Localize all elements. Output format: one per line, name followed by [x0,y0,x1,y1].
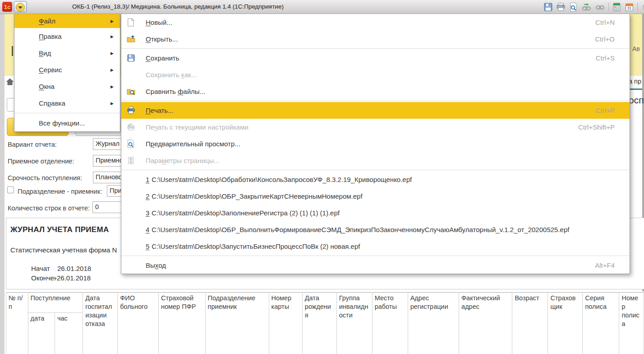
icon-spacer [126,175,136,184]
file-menu-item-new[interactable]: Новый... Ctrl+N [121,14,630,31]
file-menu-panel: Новый... Ctrl+N Открыть... Ctrl+O Сохран… [121,14,630,274]
page-title-fragment: осп [629,95,644,106]
column-header: Подразделение приемник [205,293,269,354]
file-menu-item-print[interactable]: Печать... Ctrl+P [121,102,630,119]
menu-separator [121,256,630,256]
menu-item-view[interactable]: Вид ▶ [14,45,120,61]
row-count-input[interactable]: 0 [92,201,121,213]
main-menu-button[interactable] [14,1,27,12]
column-header: дата [28,313,55,354]
header-text-fragment: Ав [632,45,640,52]
submenu-arrow-icon: ▶ [110,101,114,106]
menu-item-file[interactable]: Файл ▶ [14,14,120,28]
recent-file-5[interactable]: 5C:\Users\tatm\Desktop\ЗапуститьБизнесПр… [121,238,630,255]
submenu-arrow-icon: ▶ [110,34,114,39]
save-icon [126,54,136,63]
recent-file-2[interactable]: 2C:\Users\tatm\Desktop\ОБР_ЗакрытиеКартС… [121,188,630,205]
print-icon[interactable] [556,2,566,12]
1c-logo-icon: 1с [2,2,12,12]
file-menu-item-print-preview[interactable]: Предварительный просмотр... [121,135,630,152]
recent-file-3[interactable]: 3C:\Users\tatm\Desktop\ЗаполнениеРегистр… [121,205,630,221]
file-menu-item-open[interactable]: Открыть... Ctrl+O [121,31,630,47]
menu-item-service[interactable]: Сервис ▶ [14,61,120,78]
submenu-arrow-icon: ▶ [110,19,114,23]
toolbar-separator [637,3,638,11]
calculator-icon[interactable] [612,2,621,12]
title-bar: 1с ОКБ-1 (Релиз_18,3)/ Медицина. Больниц… [0,0,644,14]
submenu-arrow-icon: ▶ [110,68,114,72]
menu-separator [121,101,630,101]
save-icon[interactable] [543,2,553,12]
main-menu-panel: Файл ▶ Правка ▶ Вид ▶ Сервис ▶ Окна ▶ Сп… [14,14,120,132]
report-table: № п/п Поступление Дата госпитализации от… [6,292,644,354]
urgency-label: Срочность поступления: [8,174,82,182]
submenu-arrow-icon: ▶ [110,84,114,89]
open-folder-icon [126,35,136,44]
column-header: № п/п [6,293,28,354]
icon-spacer [126,70,136,79]
menu-separator [121,48,630,49]
print-preview-icon[interactable] [569,2,578,12]
go-to-link-icon[interactable] [581,2,592,12]
window-left-edge [0,14,5,354]
app-window: Ав а пр осп Вариант отчета: Журнал у При… [0,0,644,354]
calendar-icon[interactable]: 31 [625,2,634,12]
menu-item-windows[interactable]: Окна ▶ [14,78,120,95]
column-header: час [55,313,83,354]
submenu-arrow-icon: ▶ [110,51,114,56]
recent-file-1[interactable]: 1C:\Users\tatm\Desktop\Обработки\Консоль… [121,171,630,188]
active-tab-underline [630,88,642,90]
page-setup-icon [126,156,136,165]
icon-spacer [126,192,136,201]
window-title: ОКБ-1 (Релиз_18,3)/ Медицина. Больница, … [72,0,284,14]
recent-file-4[interactable]: 4C:\Users\tatm\Desktop\ОБР_ВыполнитьФорм… [121,221,630,238]
report-began-date: 26.01.2018 [57,265,91,272]
column-header: Группа инвалидности [336,293,372,354]
icon-spacer [126,225,136,234]
print-icon [126,106,136,115]
file-menu-item-print-current-settings: Печать с текущими настройками Ctrl+Shift… [121,119,630,135]
column-header: Дата рождения [302,293,336,354]
column-header: Место работы [372,293,408,354]
print-preview-icon [126,140,136,149]
department-label: Приемное отделение: [8,158,74,165]
column-header: Номер полиса [619,293,644,354]
menu-item-help[interactable]: Справка ▶ [14,95,120,112]
column-header: Дата госпитализации отказа [83,293,118,354]
file-menu-item-page-setup: Параметры страницы... [121,152,630,169]
report-began-label: Начат [31,265,50,272]
icon-spacer [126,242,136,251]
home-icon[interactable] [5,77,14,88]
column-header: Адрес регистрации [408,293,459,354]
get-link-icon[interactable] [595,2,605,12]
report-title: ЖУРНАЛ УЧЕТА ПРИЕМА [10,225,109,234]
column-header: Номер карты [269,293,302,354]
chevron-down-icon [16,3,25,12]
letter-m-icon: M [641,3,644,11]
column-header: Серия полиса [583,293,619,354]
file-menu-item-save[interactable]: Сохранить Ctrl+S [121,50,630,66]
report-subtitle: Статистическая учетная форма N [10,246,117,254]
menu-item-all-functions[interactable]: Все функции... [14,115,120,131]
row-count-label: Количество строк в отчете: [8,205,90,212]
svg-text:31: 31 [627,6,632,10]
print-with-settings-icon [126,123,136,132]
menu-separator [121,170,630,170]
menu-item-edit[interactable]: Правка ▶ [14,28,120,45]
column-header: Поступление [28,293,83,313]
icon-spacer [126,261,136,270]
file-menu-item-exit[interactable]: Выход Alt+F4 [121,257,630,274]
background-fragment [12,46,13,56]
toolbar-separator [608,3,609,11]
menu-separator [14,113,120,113]
file-menu-item-compare-files[interactable]: Сравнить файлы... [121,83,630,100]
column-header: Фактический адрес [459,293,512,354]
column-header: ФИО больного [118,293,159,354]
column-header: Страховой номер ПФР [159,293,206,354]
column-header: Страховщик [548,293,583,354]
report-variant-label: Вариант отчета: [8,141,57,148]
icon-spacer [126,209,136,218]
receiver-label: Подразделение - приемник: [18,188,102,195]
column-header: Возраст [512,293,548,354]
receiver-checkbox[interactable] [7,186,14,193]
